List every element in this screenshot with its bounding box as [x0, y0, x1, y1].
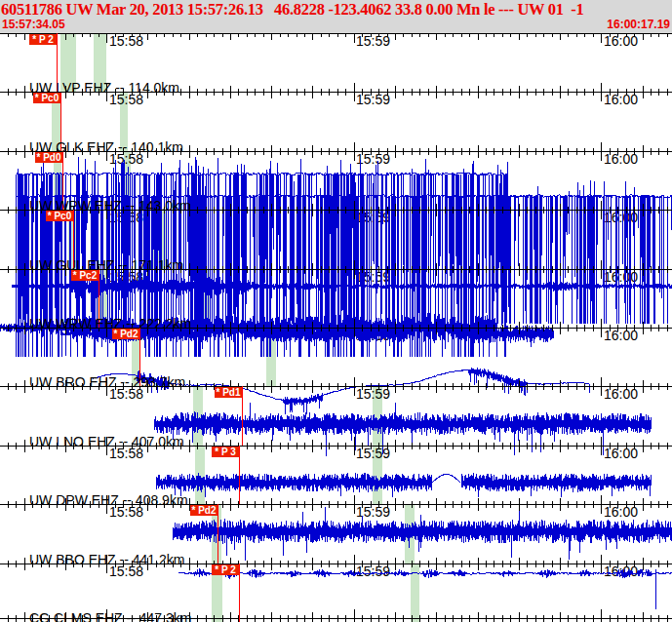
station-label: UW LNO EHZ -- 407.0km — [29, 435, 184, 449]
station-label: UW BBO EHZ -- 441.2km — [29, 553, 184, 567]
station-label: UW DPW EHZ -- 408.9km — [29, 493, 188, 508]
trace-row-bro[interactable]: 15:5815:5916:00* Pd2UW BRO EHZ -- 293.7k… — [0, 328, 672, 386]
trace-row-wpw[interactable]: 15:5815:5916:00* Pd0UW WPW EHZ -- 143.0k… — [0, 151, 672, 210]
trace-row-wrw[interactable]: 15:5815:5916:00* Pc2UW WRW EHZ -- 222.2k… — [0, 269, 672, 328]
trace-panel: 15:5815:5916:00* P 2UW LVP EHZ -- 114.0k… — [0, 33, 672, 622]
pick-flag[interactable]: * Pd1 — [215, 387, 242, 398]
window-start-time: 15:57:34.05 — [2, 19, 65, 31]
pick-flag[interactable]: * P 2 — [212, 564, 239, 575]
pick-flag[interactable]: * P 2 — [29, 34, 57, 45]
station-label: CG CLMS EHZ -- 447.3km — [29, 611, 191, 622]
event-title: 60511786 UW Mar 20, 2013 15:57:26.13 46.… — [0, 0, 672, 19]
pick-flag[interactable]: * P 3 — [212, 447, 239, 457]
station-label: UW BRO EHZ -- 293.7km — [29, 375, 185, 390]
pick-flag[interactable]: * Pd2 — [190, 505, 217, 516]
station-label: UW LVP EHZ -- 114.0km — [29, 81, 179, 96]
trace-row-lno[interactable]: 15:5815:5916:00* Pd1UW LNO EHZ -- 407.0k… — [0, 386, 672, 445]
pick-line[interactable] — [239, 446, 240, 504]
trace-row-dpw[interactable]: 15:5815:5916:00* P 3UW DPW EHZ -- 408.9k… — [0, 446, 672, 504]
event-header: 60511786 UW Mar 20, 2013 15:57:26.13 46.… — [0, 0, 672, 33]
seismic-picker-window: { "header": { "title": "60511786 UW Mar … — [0, 0, 672, 622]
station-label: UW GLK EHZ -- 140.1km — [29, 140, 183, 155]
station-label: UW GUL EHZ -- 171.1km — [29, 258, 183, 273]
pick-line[interactable] — [217, 504, 218, 563]
trace-row-glk[interactable]: 15:5815:5916:00* Pc0UW GLK EHZ -- 140.1k… — [0, 92, 672, 150]
pick-line[interactable] — [242, 386, 243, 445]
pick-line[interactable] — [239, 564, 240, 622]
trace-row-gul[interactable]: 15:5815:5916:00* Pc0UW GUL EHZ -- 171.1k… — [0, 210, 672, 268]
station-label: UW WPW EHZ -- 143.0km — [29, 199, 191, 214]
window-end-time: 16:00:17.19 — [607, 19, 670, 31]
trace-row-lvp[interactable]: 15:5815:5916:00* P 2UW LVP EHZ -- 114.0k… — [0, 33, 672, 92]
trace-row-bbo[interactable]: 15:5815:5916:00* Pd2UW BBO EHZ -- 441.2k… — [0, 504, 672, 563]
trace-row-clms[interactable]: 15:5815:5916:00* P 2CG CLMS EHZ -- 447.3… — [0, 564, 672, 622]
station-label: UW WRW EHZ -- 222.2km — [29, 317, 191, 331]
